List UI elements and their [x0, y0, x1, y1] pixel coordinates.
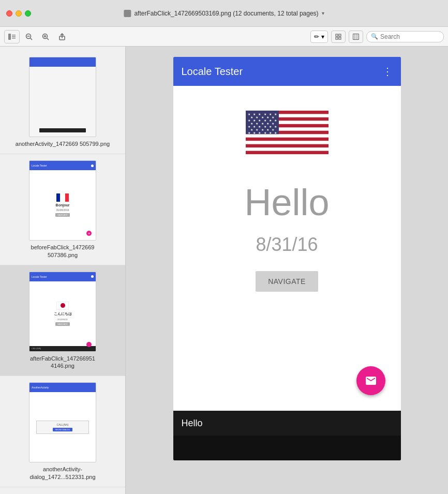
- thumb4-app-title: AnotherActivity: [32, 386, 49, 389]
- thumb4-dialog: CALL(NA) SHOW DIALOG: [36, 421, 89, 434]
- action-button-2[interactable]: [349, 31, 363, 43]
- svg-rect-25: [246, 141, 328, 144]
- search-input[interactable]: [380, 33, 439, 40]
- sidebar-label-3: afterFabClick_1472669514146.png: [30, 355, 95, 370]
- svg-text:★: ★: [268, 131, 271, 134]
- svg-text:★: ★: [263, 131, 266, 134]
- thumb1-bar: [39, 128, 86, 132]
- fab-button[interactable]: [356, 366, 385, 395]
- thumb4-dialog-text: CALL(NA): [57, 423, 69, 426]
- main-layout: anotherActivity_1472669 505799.png Local…: [0, 47, 448, 494]
- svg-rect-16: [339, 37, 341, 39]
- bottom-bar: Hello: [173, 411, 401, 436]
- sidebar-item-3[interactable]: Locale Tester こんにちは 2016/08/31 NAVIGATE …: [0, 265, 125, 377]
- thumb2-menu-dot: [91, 164, 94, 167]
- svg-rect-26: [246, 147, 328, 151]
- minimize-button[interactable]: [16, 10, 22, 17]
- bottom-bar-text: Hello: [182, 418, 203, 429]
- sidebar-label-1: anotherActivity_1472669 505799.png: [16, 140, 110, 147]
- svg-text:★: ★: [274, 119, 276, 122]
- french-flag: [56, 193, 69, 202]
- thumb3-greeting: こんにちは: [54, 311, 72, 317]
- share-button[interactable]: [55, 31, 69, 43]
- thumb3-app-title: Locale Tester: [32, 275, 91, 278]
- svg-line-5: [31, 38, 33, 40]
- thumb2-header: Locale Tester: [29, 161, 96, 170]
- zoom-in-button[interactable]: [38, 31, 53, 43]
- overflow-menu-icon[interactable]: ⋮: [382, 65, 393, 78]
- thumb4-header: AnotherActivity: [29, 383, 96, 392]
- sidebar-toggle-group: [4, 30, 20, 43]
- app-content: ★★★★★★ ★★★★★ ★★★★★★ ★★★★★ ★★★★★★ ★★★★★: [173, 86, 401, 411]
- svg-text:★: ★: [274, 131, 276, 134]
- maximize-button[interactable]: [25, 10, 31, 17]
- content-area: Locale Tester ⋮: [126, 47, 448, 494]
- pen-dropdown[interactable]: ✏ ▾: [310, 31, 328, 43]
- thumb4-body: CALL(NA) SHOW DIALOG: [29, 392, 96, 462]
- thumb4-dialog-btn: SHOW DIALOG: [53, 428, 73, 431]
- us-flag-container: ★★★★★★ ★★★★★ ★★★★★★ ★★★★★ ★★★★★★ ★★★★★: [246, 107, 328, 160]
- sidebar: anotherActivity_1472669 505799.png Local…: [0, 47, 126, 494]
- thumbnail-4: AnotherActivity CALL(NA) SHOW DIALOG: [29, 382, 96, 462]
- thumb3-menu-dot: [91, 275, 94, 278]
- thumb3-footer: CALL(NA): [29, 346, 96, 351]
- jp-flag: [56, 302, 69, 310]
- thumb3-fab: [86, 342, 92, 347]
- close-button[interactable]: [6, 10, 12, 17]
- pen-icon: ✏: [314, 33, 319, 40]
- action-button-1[interactable]: [331, 31, 346, 43]
- svg-text:★: ★: [258, 131, 261, 134]
- thumb1-header: [29, 57, 96, 67]
- svg-rect-3: [12, 38, 16, 39]
- svg-rect-1: [12, 35, 16, 36]
- navigate-button[interactable]: NAVIGATE: [256, 271, 318, 292]
- svg-text:★: ★: [274, 113, 276, 116]
- window-title: afterFabClick_1472669503169.png (12 docu…: [134, 10, 318, 17]
- thumb2-date: 31/08/2016: [56, 208, 69, 212]
- thumb2-app-title: Locale Tester: [32, 164, 91, 167]
- bottom-dark-bar: [173, 436, 401, 460]
- svg-rect-17: [353, 34, 359, 39]
- sidebar-item-1[interactable]: anotherActivity_1472669 505799.png: [0, 51, 125, 154]
- search-box[interactable]: 🔍: [366, 31, 444, 42]
- zoom-out-button[interactable]: [22, 31, 36, 43]
- thumb2-greeting: Bonjour: [56, 203, 70, 207]
- us-flag: ★★★★★★ ★★★★★ ★★★★★★ ★★★★★ ★★★★★★ ★★★★★: [246, 107, 328, 158]
- svg-rect-13: [336, 34, 338, 36]
- thumb3-date: 2016/08/31: [57, 318, 68, 321]
- thumb3-footer-text: CALL(NA): [32, 347, 41, 350]
- svg-line-8: [47, 38, 49, 40]
- titlebar: afterFabClick_1472669503169.png (12 docu…: [0, 0, 448, 27]
- app-bar: Locale Tester ⋮: [173, 57, 401, 86]
- thumb3-body: こんにちは 2016/08/31 NAVIGATE: [29, 281, 96, 346]
- document-icon: [124, 10, 131, 17]
- app-title: Locale Tester: [182, 66, 382, 78]
- toolbar-right: ✏ ▾ 🔍: [310, 31, 444, 43]
- thumb3-navigate: NAVIGATE: [55, 322, 70, 326]
- thumb1-body: [29, 67, 96, 137]
- thumb2-body: Bonjour 31/08/2016 NAVIGATE: [29, 170, 96, 240]
- search-icon: 🔍: [371, 33, 378, 40]
- sidebar-toggle-button[interactable]: [5, 31, 19, 43]
- sidebar-label-2: beforeFabClick_1472669507386.png: [31, 244, 95, 259]
- svg-rect-24: [246, 134, 328, 137]
- sidebar-item-2[interactable]: Locale Tester Bonjour 31/08/2016 NAVIGAT…: [0, 154, 125, 265]
- svg-rect-2: [12, 36, 16, 37]
- sidebar-label-4: anotherActivity-dialog_1472...512331.png: [29, 466, 95, 481]
- svg-rect-0: [8, 34, 11, 40]
- sidebar-item-4[interactable]: AnotherActivity CALL(NA) SHOW DIALOG ano…: [0, 376, 125, 487]
- phone-mockup: Locale Tester ⋮: [173, 57, 401, 460]
- jp-circle: [61, 303, 65, 308]
- thumbnail-2: Locale Tester Bonjour 31/08/2016 NAVIGAT…: [29, 160, 96, 241]
- svg-rect-15: [336, 37, 338, 39]
- svg-text:★: ★: [253, 131, 256, 134]
- thumbnail-1: [29, 57, 96, 137]
- traffic-lights: [6, 10, 31, 17]
- thumbnail-3: Locale Tester こんにちは 2016/08/31 NAVIGATE …: [29, 272, 96, 352]
- svg-rect-14: [339, 34, 341, 36]
- svg-text:★: ★: [248, 131, 250, 134]
- dropdown-chevron: ▾: [321, 33, 324, 40]
- chevron-down-icon[interactable]: ▾: [322, 10, 324, 16]
- thumb3-header: Locale Tester: [29, 272, 96, 281]
- toolbar: ✏ ▾ 🔍: [0, 27, 448, 47]
